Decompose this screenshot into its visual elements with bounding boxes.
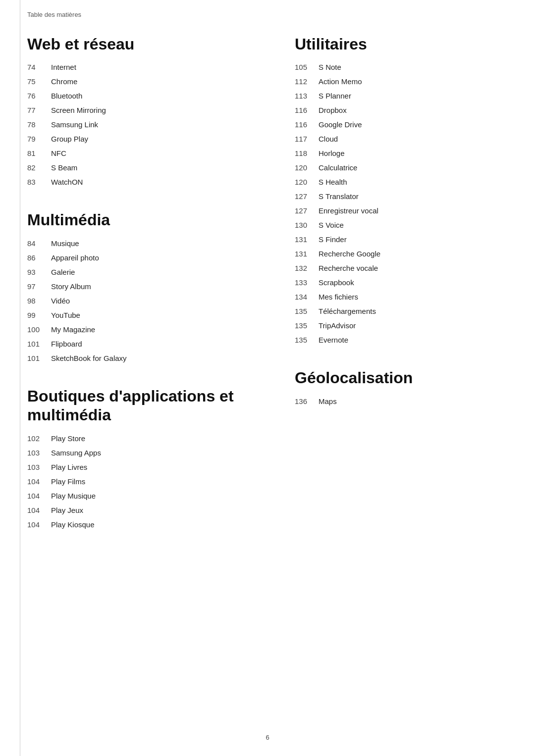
toc-label: Horloge — [319, 148, 345, 159]
toc-item: 135Evernote — [295, 334, 508, 346]
right-column: Utilitaires105S Note112Action Memo113S P… — [285, 35, 508, 553]
toc-number: 86 — [27, 252, 51, 264]
toc-list-multimedia: 84Musique86Appareil photo93Galerie97Stor… — [27, 238, 240, 364]
toc-label: S Translator — [319, 191, 359, 202]
toc-number: 136 — [295, 396, 319, 407]
toc-item: 131S Finder — [295, 234, 508, 246]
left-column: Web et réseau74Internet75Chrome76Bluetoo… — [27, 35, 250, 553]
toc-number: 130 — [295, 219, 319, 231]
toc-label: WatchON — [51, 176, 83, 188]
toc-item: 78Samsung Link — [27, 119, 240, 131]
toc-item: 98Vidéo — [27, 295, 240, 307]
toc-number: 83 — [27, 176, 51, 188]
toc-number: 75 — [27, 76, 51, 88]
toc-number: 104 — [27, 476, 51, 488]
toc-label: Samsung Apps — [51, 447, 101, 459]
section-geolocalisation: Géolocalisation136Maps — [295, 368, 508, 407]
toc-item: 134Mes fichiers — [295, 291, 508, 303]
toc-label: Maps — [319, 396, 337, 407]
toc-item: 84Musique — [27, 238, 240, 250]
toc-number: 116 — [295, 104, 319, 116]
toc-item: 136Maps — [295, 396, 508, 407]
toc-item: 101Flipboard — [27, 338, 240, 350]
toc-number: 127 — [295, 191, 319, 202]
section-boutiques: Boutiques d'applications et multimédia10… — [27, 387, 240, 531]
toc-label: S Finder — [319, 234, 347, 246]
toc-number: 133 — [295, 277, 319, 289]
section-title-boutiques: Boutiques d'applications et multimédia — [27, 387, 240, 425]
toc-item: 116Dropbox — [295, 104, 508, 116]
toc-number: 78 — [27, 119, 51, 131]
toc-label: Enregistreur vocal — [319, 205, 378, 217]
toc-item: 103Samsung Apps — [27, 447, 240, 459]
toc-item: 117Cloud — [295, 133, 508, 145]
section-title-utilitaires: Utilitaires — [295, 35, 508, 53]
toc-number: 113 — [295, 90, 319, 102]
toc-list-boutiques: 102Play Store103Samsung Apps103Play Livr… — [27, 433, 240, 531]
toc-number: 132 — [295, 262, 319, 274]
toc-label: Action Memo — [319, 76, 362, 88]
toc-number: 100 — [27, 324, 51, 336]
toc-number: 84 — [27, 238, 51, 250]
toc-item: 102Play Store — [27, 433, 240, 445]
toc-label: Google Drive — [319, 119, 362, 131]
toc-number: 104 — [27, 504, 51, 516]
toc-number: 79 — [27, 133, 51, 145]
toc-label: Play Kiosque — [51, 519, 95, 531]
toc-item: 77Screen Mirroring — [27, 104, 240, 116]
toc-number: 99 — [27, 309, 51, 321]
toc-label: Story Album — [51, 281, 91, 293]
toc-item: 101SketchBook for Galaxy — [27, 353, 240, 364]
toc-number: 101 — [27, 353, 51, 364]
toc-item: 104Play Musique — [27, 490, 240, 502]
toc-item: 112Action Memo — [295, 76, 508, 88]
toc-label: Chrome — [51, 76, 77, 88]
toc-item: 81NFC — [27, 148, 240, 159]
toc-label: Internet — [51, 61, 76, 73]
toc-number: 97 — [27, 281, 51, 293]
toc-label: NFC — [51, 148, 66, 159]
toc-label: Samsung Link — [51, 119, 98, 131]
toc-label: S Planner — [319, 90, 351, 102]
toc-label: SketchBook for Galaxy — [51, 353, 127, 364]
toc-item: 100My Magazine — [27, 324, 240, 336]
toc-item: 116Google Drive — [295, 119, 508, 131]
section-multimedia: Multimédia84Musique86Appareil photo93Gal… — [27, 210, 240, 364]
toc-number: 104 — [27, 519, 51, 531]
toc-label: Galerie — [51, 266, 75, 278]
toc-label: Play Musique — [51, 490, 96, 502]
toc-list-web-reseau: 74Internet75Chrome76Bluetooth77Screen Mi… — [27, 61, 240, 188]
toc-item: 135TripAdvisor — [295, 320, 508, 332]
toc-item: 113S Planner — [295, 90, 508, 102]
toc-label: Calculatrice — [319, 162, 357, 174]
toc-number: 103 — [27, 461, 51, 473]
toc-item: 120Calculatrice — [295, 162, 508, 174]
toc-number: 74 — [27, 61, 51, 73]
toc-label: Screen Mirroring — [51, 104, 106, 116]
toc-label: S Note — [319, 61, 341, 73]
toc-item: 99YouTube — [27, 309, 240, 321]
toc-number: 134 — [295, 291, 319, 303]
toc-label: S Beam — [51, 162, 77, 174]
toc-number: 82 — [27, 162, 51, 174]
toc-number: 135 — [295, 305, 319, 317]
toc-label: Evernote — [319, 334, 348, 346]
page-border — [20, 0, 20, 756]
breadcrumb: Table des matières — [27, 11, 81, 18]
toc-item: 127S Translator — [295, 191, 508, 202]
toc-label: TripAdvisor — [319, 320, 356, 332]
section-utilitaires: Utilitaires105S Note112Action Memo113S P… — [295, 35, 508, 346]
toc-number: 127 — [295, 205, 319, 217]
toc-label: Mes fichiers — [319, 291, 358, 303]
toc-label: Recherche Google — [319, 248, 380, 260]
toc-item: 79Group Play — [27, 133, 240, 145]
toc-label: Recherche vocale — [319, 262, 378, 274]
toc-item: 131Recherche Google — [295, 248, 508, 260]
toc-item: 74Internet — [27, 61, 240, 73]
toc-number: 131 — [295, 248, 319, 260]
toc-label: Play Store — [51, 433, 85, 445]
toc-item: 127Enregistreur vocal — [295, 205, 508, 217]
toc-label: My Magazine — [51, 324, 95, 336]
toc-label: Play Livres — [51, 461, 87, 473]
toc-number: 93 — [27, 266, 51, 278]
